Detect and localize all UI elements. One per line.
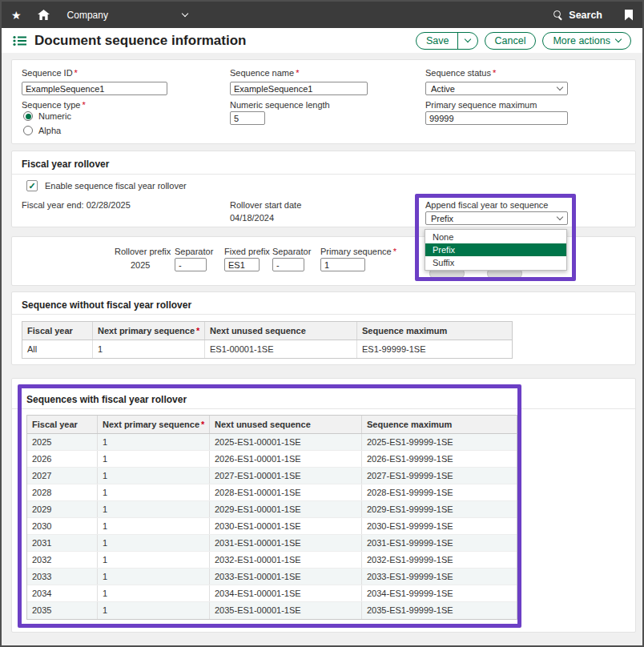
sequence-details-card: Sequence ID* Sequence name* Sequence sta… (11, 59, 636, 144)
table-row: 2032 1 2032-ES1-00001-1SE 2032-ES1-99999… (27, 552, 517, 569)
sequence-name-label: Sequence name* (230, 68, 299, 78)
rollover-start-label: Rollover start date (230, 200, 301, 210)
table-cell: 2032-ES1-00001-1SE (210, 552, 362, 568)
table-cell: 2035-ES1-00001-1SE (210, 602, 362, 619)
company-dropdown[interactable]: Company (67, 10, 187, 21)
table-row: 2031 1 2031-ES1-00001-1SE 2031-ES1-99999… (27, 535, 517, 552)
table-cell: 2033-ES1-00001-1SE (210, 569, 362, 585)
separator2-label: Separator (272, 247, 311, 256)
primary-sequence-label: Primary sequence* (320, 247, 396, 256)
table-cell: 2026 (27, 451, 98, 467)
table-cell: 2026-ES1-99999-1SE (362, 451, 517, 467)
company-label: Company (67, 10, 108, 21)
more-actions-button[interactable]: More actions (542, 32, 631, 50)
enable-rollover-label: Enable sequence fiscal year rollover (45, 181, 187, 191)
rollover-prefix-value: 2025 (131, 260, 150, 270)
section-divider (12, 408, 635, 409)
sequence-without-table: Fiscal year Next primary sequence* Next … (22, 321, 513, 359)
sequence-status-label: Sequence status* (425, 68, 496, 78)
table-cell: 2031 (27, 535, 98, 551)
table-cell: ES1-00001-1SE (205, 340, 357, 358)
menu-option-suffix[interactable]: Suffix (425, 256, 566, 269)
table-cell: 2027-ES1-99999-1SE (362, 468, 517, 484)
fixed-prefix-label: Fixed prefix (224, 247, 270, 256)
chevron-down-icon (464, 36, 470, 42)
table-cell: 1 (93, 340, 205, 358)
radio-numeric-label: Numeric (38, 111, 71, 121)
radio-alpha[interactable]: Alpha (23, 126, 61, 135)
bookmark-icon[interactable] (625, 10, 633, 21)
table-cell: 2027-ES1-00001-1SE (210, 468, 362, 484)
table-cell: 2030-ES1-99999-1SE (362, 518, 517, 534)
fiscal-rollover-card: Fiscal year rollover ✓ Enable sequence f… (11, 151, 636, 227)
table-cell: 2028 (27, 484, 98, 500)
table-cell: 2025 (27, 434, 98, 450)
save-button[interactable]: Save (416, 32, 478, 50)
table-cell: 1 (98, 451, 210, 467)
search-button[interactable]: Search (553, 10, 602, 21)
radio-numeric[interactable]: Numeric (23, 111, 71, 121)
append-fiscal-year-value: Prefix (431, 214, 453, 223)
sequence-id-label: Sequence ID* (22, 68, 78, 78)
sequence-id-input[interactable] (22, 82, 167, 95)
enable-rollover-checkbox[interactable]: ✓ Enable sequence fiscal year rollover (26, 180, 187, 191)
table-cell: 2027 (27, 468, 98, 484)
table-cell: 1 (98, 535, 210, 551)
required-asterisk: * (82, 100, 85, 110)
table-cell: 1 (98, 468, 210, 484)
rollover-prefix-label: Rollover prefix (115, 247, 171, 256)
table-row: 2027 1 2027-ES1-00001-1SE 2027-ES1-99999… (27, 468, 517, 484)
separator2-input[interactable] (272, 258, 304, 271)
table-cell: 1 (98, 569, 210, 585)
table-cell: 2034-ES1-99999-1SE (362, 585, 517, 601)
save-label[interactable]: Save (417, 33, 457, 49)
numeric-length-input[interactable] (230, 111, 265, 125)
table-header-row: Fiscal year Next primary sequence* Next … (22, 322, 512, 340)
separator1-input[interactable] (175, 258, 207, 271)
table-cell: 1 (98, 602, 210, 619)
cancel-button[interactable]: Cancel (485, 32, 537, 50)
column-header: Fiscal year (22, 322, 93, 340)
table-cell: 2030 (27, 518, 98, 534)
table-cell: 2025-ES1-99999-1SE (362, 434, 517, 450)
home-icon[interactable] (38, 10, 50, 20)
required-asterisk: * (493, 68, 496, 78)
favorites-star-icon[interactable]: ★ (11, 10, 22, 21)
required-asterisk: * (196, 326, 199, 336)
table-cell: 2026-ES1-00001-1SE (210, 451, 362, 467)
table-cell: 2029-ES1-00001-1SE (210, 501, 362, 517)
checkbox-checked-icon: ✓ (26, 180, 38, 191)
column-header: Sequence maximum (362, 416, 517, 433)
primary-max-input[interactable] (425, 111, 568, 125)
menu-icon[interactable] (13, 35, 26, 46)
table-cell: 1 (98, 552, 210, 568)
table-cell: 1 (98, 518, 210, 534)
append-fiscal-year-select[interactable]: Prefix (425, 211, 568, 225)
sequence-status-select[interactable]: Active (425, 82, 568, 95)
table-cell: 2029-ES1-99999-1SE (362, 501, 517, 517)
table-header-row: Fiscal year Next primary sequence* Next … (27, 416, 517, 434)
page-title: Document sequence information (34, 33, 246, 49)
separator1-label: Separator (175, 247, 213, 256)
table-cell: 2035 (27, 602, 98, 619)
rollover-start-value: 04/18/2024 (230, 213, 274, 223)
sequences-with-table: Fiscal year Next primary sequence* Next … (26, 415, 517, 620)
chevron-down-icon (557, 84, 563, 90)
table-row: 2035 1 2035-ES1-00001-1SE 2035-ES1-99999… (27, 602, 517, 619)
append-fiscal-year-label: Append fiscal year to sequence (425, 200, 549, 210)
append-fiscal-year-menu: None Prefix Suffix (425, 229, 567, 271)
table-cell: 2029 (27, 501, 98, 517)
menu-option-prefix[interactable]: Prefix (425, 243, 566, 256)
table-cell: 2034 (27, 585, 98, 601)
required-asterisk: * (201, 420, 204, 429)
menu-option-none[interactable]: None (425, 231, 566, 243)
sequence-name-input[interactable] (230, 82, 368, 95)
table-cell: 2034-ES1-00001-1SE (210, 585, 362, 601)
sequence-without-rollover-card: Sequence without fiscal year rollover Fi… (11, 291, 636, 365)
fixed-prefix-input[interactable] (224, 258, 260, 271)
table-cell: 2031-ES1-00001-1SE (210, 535, 362, 551)
save-dropdown-button[interactable] (458, 33, 477, 49)
table-row: 2034 1 2034-ES1-00001-1SE 2034-ES1-99999… (27, 585, 517, 602)
table-cell: 2030-ES1-00001-1SE (210, 518, 362, 534)
primary-sequence-input[interactable] (320, 258, 365, 271)
